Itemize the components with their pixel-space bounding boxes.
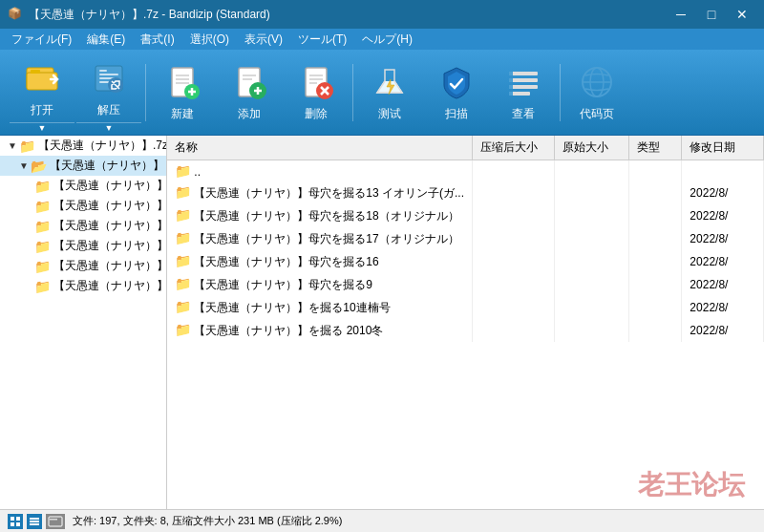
tree-sub6-label: 【天愚連（ナリヤ）】母穴を: [53, 278, 166, 294]
svg-rect-46: [30, 523, 39, 525]
file-date-0: [682, 160, 764, 182]
folder-icon-sub5: 📁: [34, 259, 51, 274]
file-type-0: [628, 160, 682, 182]
statusbar-text: 文件: 197, 文件夹: 8, 压缩文件大小 231 MB (压缩比 2.9%…: [73, 514, 756, 528]
open-button[interactable]: 打开: [10, 54, 74, 122]
toolbar-sep-3: [560, 64, 561, 121]
scan-button[interactable]: 扫描: [424, 54, 489, 131]
file-type-7: [628, 319, 682, 342]
file-type-5: [628, 273, 682, 296]
file-type-4: [628, 250, 682, 273]
menu-tools[interactable]: ツール(T): [290, 30, 354, 50]
test-button[interactable]: 测试: [357, 54, 422, 131]
close-button[interactable]: ✕: [728, 5, 756, 24]
right-panel: 名称 压缩后大小 原始大小 类型 修改日期 📁 ..: [167, 136, 764, 509]
open-label: 打开: [31, 102, 53, 118]
main-content: ▼ 📁 【天愚連（ナリヤ）】.7z ▼ 📂 【天愚連（ナリヤ）】 📁 【天愚連（…: [0, 136, 764, 509]
window-title: 【天愚連（ナリヤ）】.7z - Bandizip (Standard): [29, 7, 667, 23]
svg-rect-43: [16, 522, 20, 526]
tree-item-sub6[interactable]: 📁 【天愚連（ナリヤ）】母穴を: [0, 276, 166, 296]
col-header-date[interactable]: 修改日期: [682, 136, 764, 160]
table-row[interactable]: 📁 【天愚連（ナリヤ）】を掘る 2010冬 2022/8/: [167, 319, 764, 342]
menu-view[interactable]: 表示(V): [237, 30, 290, 50]
delete-icon: [296, 62, 336, 102]
tree-item-root[interactable]: ▼ 📁 【天愚連（ナリヤ）】.7z: [0, 136, 166, 156]
file-compressed-2: [473, 204, 555, 227]
tree-item-sub2[interactable]: 📁 【天愚連（ナリヤ）】を掘る: [0, 196, 166, 216]
tree-arrow: ▼: [8, 140, 17, 151]
file-name-0: ..: [194, 165, 201, 179]
grid-view-icon[interactable]: [8, 514, 23, 529]
file-compressed-4: [473, 250, 555, 273]
tree-arrow-main: ▼: [19, 160, 29, 171]
tree-item-sub4[interactable]: 📁 【天愚連（ナリヤ）】母穴を: [0, 236, 166, 256]
svg-rect-40: [11, 517, 14, 521]
tree-item-sub5[interactable]: 📁 【天愚連（ナリヤ）】母穴を: [0, 256, 166, 276]
maximize-button[interactable]: □: [697, 5, 726, 24]
file-original-5: [554, 273, 628, 296]
svg-rect-45: [30, 521, 39, 522]
col-header-compressed[interactable]: 压缩后大小: [473, 136, 555, 160]
table-row[interactable]: 📁 【天愚連（ナリヤ）】母穴を掘る16 2022/8/: [167, 250, 764, 273]
folder-icon: 📁: [19, 138, 35, 154]
file-name-1: 【天愚連（ナリヤ）】母穴を掘る13 イオリン子(ガ...: [194, 186, 464, 200]
open-dropdown[interactable]: ▼: [10, 122, 74, 133]
view-label: 查看: [512, 106, 535, 122]
tree-sub1-label: 【天愚連（ナリヤ）】を掘る: [53, 178, 166, 194]
table-row[interactable]: 📁 【天愚連（ナリヤ）】母穴を掘る9 2022/8/: [167, 273, 764, 296]
file-original-7: [554, 319, 628, 342]
toolbar-sep-1: [145, 64, 146, 121]
svg-rect-41: [16, 517, 20, 521]
codepage-button[interactable]: 代码页: [564, 54, 629, 131]
file-type-1: [628, 181, 682, 204]
menu-file[interactable]: ファイル(F): [4, 30, 79, 50]
tree-sub3-label: 【天愚連（ナリヤ）】母穴を: [53, 218, 166, 234]
file-original-3: [554, 227, 628, 250]
new-button[interactable]: 新建: [150, 54, 215, 131]
add-button[interactable]: 添加: [217, 54, 282, 131]
svg-rect-35: [509, 85, 513, 89]
col-header-name[interactable]: 名称: [167, 136, 473, 160]
info-icon[interactable]: [46, 514, 65, 529]
window-controls: ─ □ ✕: [667, 5, 756, 24]
col-header-type[interactable]: 类型: [628, 136, 682, 160]
scan-icon: [436, 62, 477, 102]
svg-rect-2: [31, 70, 40, 74]
codepage-icon: [577, 62, 617, 102]
open-button-group: 打开 ▼: [10, 54, 74, 131]
app-icon: 📦: [8, 7, 23, 22]
folder-icon-main: 📂: [31, 159, 47, 174]
menu-format[interactable]: 書式(I): [133, 30, 181, 50]
col-header-original[interactable]: 原始大小: [554, 136, 628, 160]
toolbar-sep-2: [352, 64, 353, 121]
table-row[interactable]: 📁 【天愚連（ナリヤ）】を掘る10連楠号 2022/8/: [167, 296, 764, 319]
svg-rect-30: [509, 78, 538, 82]
list-view-icon[interactable]: [27, 514, 42, 529]
minimize-button[interactable]: ─: [667, 5, 695, 24]
table-row[interactable]: 📁 【天愚連（ナリヤ）】母穴を掘る18（オリジナル） 2022/8/: [167, 204, 764, 227]
table-row[interactable]: 📁 【天愚連（ナリヤ）】母穴を掘る13 イオリン子(ガ... 2022/8/: [167, 181, 764, 204]
file-original-2: [554, 204, 628, 227]
menu-select[interactable]: 選択(O): [182, 30, 237, 50]
table-row[interactable]: 📁 ..: [167, 160, 764, 182]
folder-icon-sub6: 📁: [34, 279, 51, 294]
tree-item-sub3[interactable]: 📁 【天愚連（ナリヤ）】母穴を: [0, 216, 166, 236]
delete-button[interactable]: 删除: [284, 54, 349, 131]
file-date-5: 2022/8/: [682, 273, 764, 296]
svg-rect-34: [509, 78, 513, 82]
tree-item-sub1[interactable]: 📁 【天愚連（ナリヤ）】を掘る: [0, 176, 166, 196]
tree-item-main[interactable]: ▼ 📂 【天愚連（ナリヤ）】: [0, 156, 166, 176]
scan-label: 扫描: [445, 106, 468, 122]
extract-button[interactable]: 解压: [76, 54, 141, 122]
extract-dropdown[interactable]: ▼: [76, 122, 141, 133]
add-label: 添加: [238, 106, 261, 122]
table-row[interactable]: 📁 【天愚連（ナリヤ）】母穴を掘る17（オリジナル） 2022/8/: [167, 227, 764, 250]
view-button[interactable]: 查看: [491, 54, 556, 131]
menu-edit[interactable]: 編集(E): [79, 30, 133, 50]
file-type-6: [628, 296, 682, 319]
new-label: 新建: [171, 106, 194, 122]
file-compressed-3: [473, 227, 555, 250]
file-name-6: 【天愚連（ナリヤ）】を掘る10連楠号: [194, 301, 390, 314]
menu-help[interactable]: ヘルプ(H): [354, 30, 420, 50]
file-compressed-5: [473, 273, 555, 296]
